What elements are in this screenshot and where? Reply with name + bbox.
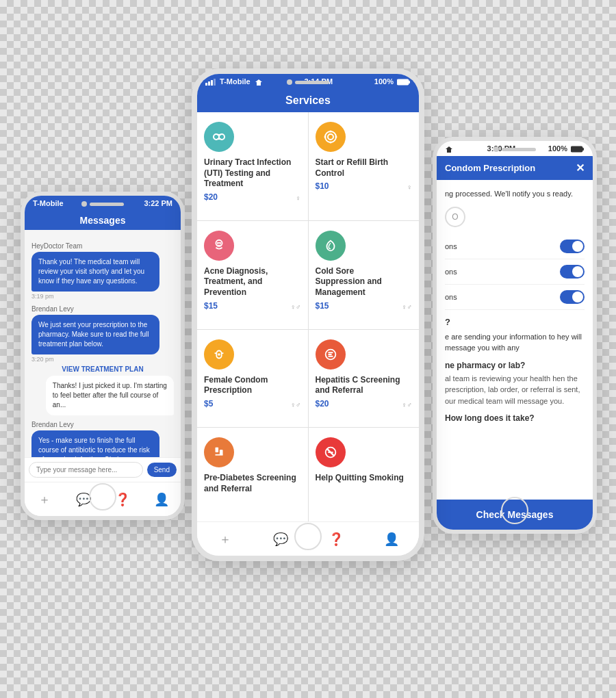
uti-users: ♀ [296,194,301,202]
home-button-left[interactable] [89,483,116,510]
nav-plus-center[interactable]: ＋ [217,531,233,547]
uti-meta: Urinary Tract Infection (UTI) Testing an… [204,157,301,202]
condom-icon [204,339,234,370]
hepc-users: ♀♂ [402,401,412,409]
toggle-row-1: ons [445,234,585,259]
svg-rect-21 [220,450,223,454]
msg-bubble-brendan-1: We just sent your prescription to the ph… [31,315,159,354]
nav-messages-center[interactable]: 💬 [272,531,289,547]
svg-rect-25 [582,148,584,151]
services-header: Services [197,89,419,112]
condom-header: Condom Prescription ✕ [437,156,593,180]
time-left: 3:22 PM [144,199,172,207]
toggle-2[interactable] [560,265,585,279]
msg-time-0: 3:19 pm [31,293,174,300]
smoking-icon [316,437,346,467]
hepc-price: $20 [316,399,402,409]
message-input[interactable] [29,462,143,478]
phone-center: T-Mobile 3:14 PM 100% Services [192,68,424,561]
svg-point-13 [335,136,337,138]
sender-brendan-1: Brendan Levy [31,305,174,313]
svg-point-12 [324,136,326,138]
svg-point-8 [325,131,336,142]
svg-rect-3 [214,79,216,86]
close-button[interactable]: ✕ [576,161,585,174]
camera-dot-right [493,146,499,152]
svg-point-15 [217,243,218,244]
nav-plus-left[interactable]: ＋ [36,491,53,508]
bc-users: ♀ [407,183,413,191]
coldsore-users: ♀♂ [402,303,412,311]
nav-help-left[interactable]: ❓ [114,491,131,508]
acne-title: Acne Diagnosis, Treatment, and Preventio… [204,266,291,298]
service-acne[interactable]: Acne Diagnosis, Treatment, and Preventio… [197,221,308,329]
svg-rect-24 [571,146,582,152]
phone-notch-right [493,141,536,152]
msg-bubble-me: Thanks! I just picked it up. I'm startin… [46,376,174,415]
acne-meta: Acne Diagnosis, Treatment, and Preventio… [204,266,301,311]
acne-users: ♀♂ [291,303,301,311]
service-coldsore[interactable]: Cold Sore Suppression and Management $15… [309,221,420,329]
msg-bubble-heydoctor: Thank you! The medical team will review … [31,252,159,292]
toggle-label-3: ons [445,293,457,301]
bc-title: Start or Refill Birth Control [316,157,407,179]
coldsore-title: Cold Sore Suppression and Management [316,266,402,298]
svg-rect-0 [205,83,207,86]
camera-dot [81,201,87,207]
birthcontrol-icon [316,122,346,152]
svg-rect-5 [409,81,410,83]
phone-left: T-Mobile 3:22 PM Messages HeyDoctor Team… [21,192,185,520]
service-prediabetes[interactable]: Pre-Diabetes Screening and Referral [197,428,308,521]
sender-brendan-2: Brendan Levy [31,421,174,428]
msg-time-1: 3:20 pm [31,356,174,363]
uti-price: $20 [204,192,296,202]
service-condom[interactable]: Female Condom Prescription $5 ♀♂ [197,330,308,427]
svg-rect-20 [216,448,219,452]
prediabetes-meta: Pre-Diabetes Screening and Referral [204,473,301,497]
battery-right: 100% [548,144,585,153]
svg-rect-1 [208,81,210,86]
send-button[interactable]: Send [147,463,177,477]
nav-profile-left[interactable]: 👤 [153,491,170,508]
toggle-label-1: ons [445,242,457,250]
toggle-3[interactable] [560,290,585,304]
toggle-row-3: ons [445,285,585,310]
camera-dot-center [287,79,292,85]
speaker-bar [90,203,124,206]
svg-rect-2 [211,80,213,86]
service-birthcontrol[interactable]: Start or Refill Birth Control $10 ♀ [309,112,420,220]
home-button-right[interactable] [501,497,528,524]
svg-point-18 [218,353,220,356]
smoking-meta: Help Quitting Smoking [316,473,413,487]
carrier-center: T-Mobile [205,77,263,86]
view-treatment-link[interactable]: VIEW TREATMENT PLAN [31,363,174,376]
nav-profile-center[interactable]: 👤 [383,531,400,547]
coldsore-meta: Cold Sore Suppression and Management $15… [316,266,413,311]
bc-price: $10 [316,181,407,191]
how-long-title: How long does it take? [445,413,585,423]
messages-header: Messages [25,211,181,230]
status-circle: O [445,207,465,227]
condom-price: $5 [204,399,291,409]
message-input-area: Send [25,457,181,482]
acne-price: $15 [204,301,291,311]
pharmacy-text: al team is reviewing your health hen the… [445,373,585,407]
condom-users: ♀♂ [291,401,301,409]
service-uti[interactable]: Urinary Tract Infection (UTI) Testing an… [197,112,308,220]
home-button-center[interactable] [294,523,322,550]
question-label: ? [445,317,585,327]
hepc-meta: Hepatitis C Screening and Referral $20 ♀… [316,375,413,409]
services-screen: Services Urinary Tract Infection (UTI) T… [197,89,419,556]
condom-meta: Female Condom Prescription $5 ♀♂ [204,375,301,409]
battery-center: 100% [374,77,411,86]
toggle-1[interactable] [560,240,585,253]
service-hepc[interactable]: Hepatitis C Screening and Referral $20 ♀… [309,330,420,427]
hepc-title: Hepatitis C Screening and Referral [316,375,402,396]
phone-notch-left [81,196,124,207]
info-text-1: e are sending your information to hey wi… [445,331,585,354]
carrier-right [445,144,454,153]
processing-text: ng processed. We'll notify you s ready. [445,188,585,200]
svg-point-16 [220,243,221,244]
service-smoking[interactable]: Help Quitting Smoking [309,428,420,521]
nav-help-center[interactable]: ❓ [328,531,344,547]
